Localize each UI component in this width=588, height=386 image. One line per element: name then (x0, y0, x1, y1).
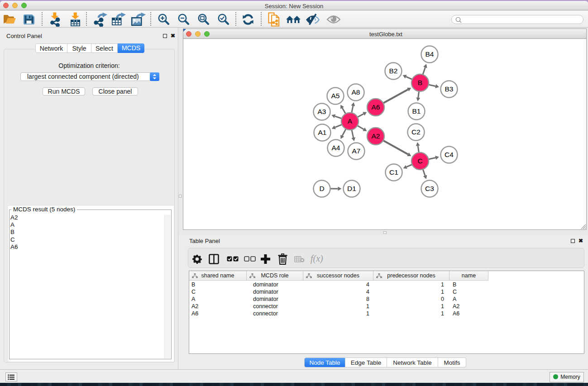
svg-text:A1: A1 (318, 129, 327, 136)
svg-text:C: C (417, 157, 422, 165)
svg-text:A5: A5 (331, 92, 340, 100)
svg-text:B1: B1 (412, 107, 421, 115)
svg-text:C3: C3 (425, 185, 434, 192)
svg-text:A4: A4 (332, 144, 340, 152)
svg-text:B: B (418, 79, 422, 86)
svg-text:C2: C2 (411, 128, 421, 136)
svg-text:B2: B2 (389, 67, 398, 75)
svg-text:C4: C4 (445, 151, 454, 158)
svg-text:C1: C1 (389, 168, 398, 176)
svg-text:D: D (319, 185, 324, 192)
svg-text:D1: D1 (347, 185, 356, 192)
svg-text:A8: A8 (352, 88, 360, 96)
svg-text:A: A (348, 117, 353, 125)
svg-text:A6: A6 (372, 103, 380, 111)
svg-text:A3: A3 (318, 108, 326, 115)
svg-text:B4: B4 (425, 50, 434, 58)
svg-text:A7: A7 (352, 147, 361, 155)
svg-text:B3: B3 (445, 85, 454, 93)
svg-text:A2: A2 (372, 132, 380, 140)
